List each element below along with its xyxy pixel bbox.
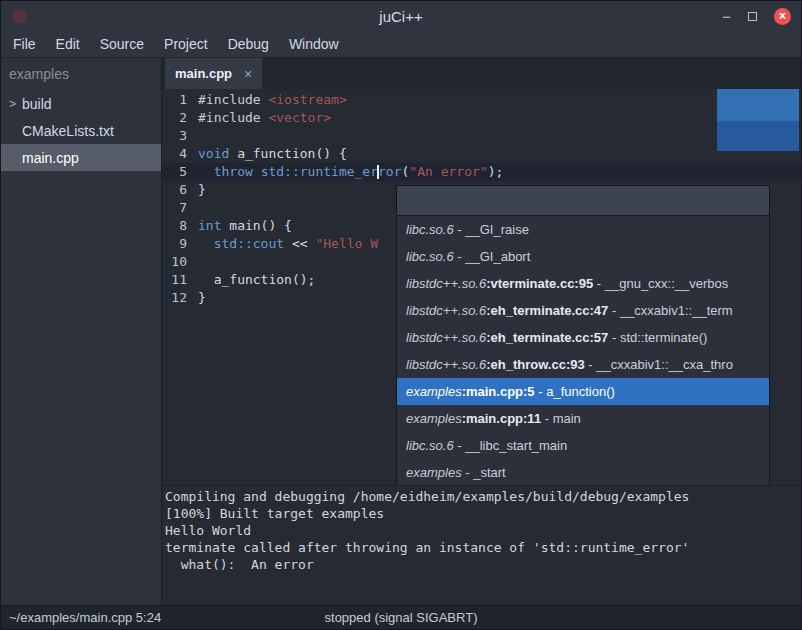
window-title: juCi++ <box>1 8 801 25</box>
code-line[interactable]: 5 throw std::runtime_error("An error"); <box>162 163 801 181</box>
tab-close-icon[interactable]: × <box>244 66 252 82</box>
content: examples >buildCMakeLists.txtmain.cpp ma… <box>1 58 801 605</box>
tree-item-label: build <box>22 96 52 112</box>
frame-function: _start <box>473 465 506 480</box>
tooltip-box <box>717 89 799 151</box>
tree-item-cmakelists.txt[interactable]: CMakeLists.txt <box>1 117 161 144</box>
stack-frame-row[interactable]: libc.so.6 - __GI_raise <box>397 216 769 243</box>
app-window: juCi++ − × FileEditSourceProjectDebugWin… <box>0 0 802 630</box>
frame-function: __gnu_cxx::__verbos <box>605 276 729 291</box>
close-button[interactable]: × <box>774 8 791 25</box>
frame-location: :eh_terminate.cc:47 <box>486 303 608 318</box>
frame-location: :eh_terminate.cc:57 <box>486 330 608 345</box>
text-cursor <box>377 165 379 179</box>
code-line[interactable]: 3 <box>162 127 801 145</box>
terminal-line: [100%] Built target examples <box>165 505 798 522</box>
frame-module: examples <box>406 411 462 426</box>
popup-search-input[interactable] <box>397 186 769 216</box>
tabbar: main.cpp × <box>162 58 801 89</box>
minimize-button[interactable]: − <box>722 9 731 24</box>
frame-location: :main.cpp:11 <box>462 411 541 426</box>
project-name: examples <box>1 58 161 90</box>
menu-item-edit[interactable]: Edit <box>46 31 90 57</box>
frame-module: libc.so.6 <box>406 222 454 237</box>
code-text: #include <vector> <box>198 109 331 127</box>
file-tree: >buildCMakeLists.txtmain.cpp <box>1 90 161 171</box>
frame-function: __GI_abort <box>465 249 530 264</box>
frame-module: examples <box>406 465 462 480</box>
code-text: } <box>198 289 206 307</box>
frame-function: __cxxabiv1::__term <box>620 303 733 318</box>
terminal-line: Hello World <box>165 522 798 539</box>
line-number: 12 <box>162 289 198 307</box>
stack-frame-row[interactable]: libstdc++.so.6:eh_terminate.cc:47 - __cx… <box>397 297 769 324</box>
code-text: throw std::runtime_error("An error"); <box>198 163 503 181</box>
terminal-line: terminate called after throwing an insta… <box>165 539 798 556</box>
frame-function: __cxxabiv1::__cxa_thro <box>596 357 733 372</box>
statusbar: ~/examples/main.cpp 5:24 stopped (signal… <box>1 605 801 629</box>
code-text: a_function(); <box>198 271 315 289</box>
sidebar-file-browser: examples >buildCMakeLists.txtmain.cpp <box>1 58 162 605</box>
frame-function: __GI_raise <box>465 222 529 237</box>
code-text: } <box>198 181 206 199</box>
line-number: 9 <box>162 235 198 253</box>
menu-item-source[interactable]: Source <box>90 31 154 57</box>
line-number: 6 <box>162 181 198 199</box>
frame-location: :eh_throw.cc:93 <box>486 357 585 372</box>
status-debug-state: stopped (signal SIGABRT) <box>1 610 801 625</box>
code-text: int main() { <box>198 217 292 235</box>
code-text: void a_function() { <box>198 145 347 163</box>
line-number: 2 <box>162 109 198 127</box>
frame-location: :main.cpp:5 <box>462 384 535 399</box>
line-number: 8 <box>162 217 198 235</box>
tab-main-cpp[interactable]: main.cpp × <box>165 58 262 89</box>
menu-item-window[interactable]: Window <box>279 31 349 57</box>
frame-module: libstdc++.so.6 <box>406 276 486 291</box>
terminal-line: Compiling and debugging /home/eidheim/ex… <box>165 488 798 505</box>
frame-function: main <box>553 411 581 426</box>
menu-item-file[interactable]: File <box>3 31 46 57</box>
restore-button[interactable] <box>748 12 757 21</box>
line-number: 1 <box>162 91 198 109</box>
menu-item-debug[interactable]: Debug <box>218 31 279 57</box>
window-controls: − × <box>722 1 791 31</box>
code-editor[interactable]: 1#include <iostream>2#include <vector>34… <box>162 89 801 485</box>
code-text: std::cout << "Hello W <box>198 235 378 253</box>
stack-frame-row[interactable]: libstdc++.so.6:vterminate.cc:95 - __gnu_… <box>397 270 769 297</box>
code-line[interactable]: 4void a_function() { <box>162 145 801 163</box>
titlebar[interactable]: juCi++ − × <box>1 1 801 31</box>
line-number: 11 <box>162 271 198 289</box>
backtrace-popup: libc.so.6 - __GI_raiselibc.so.6 - __GI_a… <box>396 185 770 485</box>
code-line[interactable]: 1#include <iostream> <box>162 91 801 109</box>
line-number: 10 <box>162 253 198 271</box>
frame-module: libstdc++.so.6 <box>406 357 486 372</box>
stack-frame-row[interactable]: libc.so.6 - __GI_abort <box>397 243 769 270</box>
stack-frame-row[interactable]: examples - _start <box>397 459 769 485</box>
menubar: FileEditSourceProjectDebugWindow <box>1 31 801 58</box>
frame-module: libc.so.6 <box>406 438 454 453</box>
tree-item-build[interactable]: >build <box>1 90 161 117</box>
tab-label: main.cpp <box>175 66 232 81</box>
terminal-output[interactable]: Compiling and debugging /home/eidheim/ex… <box>162 485 801 605</box>
code-line[interactable]: 2#include <vector> <box>162 109 801 127</box>
frame-module: libc.so.6 <box>406 249 454 264</box>
folder-arrow-icon[interactable]: > <box>9 97 22 111</box>
frame-function: a_function() <box>546 384 615 399</box>
menu-item-project[interactable]: Project <box>154 31 218 57</box>
stack-frame-row[interactable]: examples:main.cpp:5 - a_function() <box>397 378 769 405</box>
tree-item-label: main.cpp <box>22 150 79 166</box>
frame-location: :vterminate.cc:95 <box>486 276 593 291</box>
line-number: 4 <box>162 145 198 163</box>
frame-function: __libc_start_main <box>465 438 567 453</box>
tree-item-main.cpp[interactable]: main.cpp <box>1 144 161 171</box>
frame-function: std::terminate() <box>620 330 707 345</box>
stack-frame-list: libc.so.6 - __GI_raiselibc.so.6 - __GI_a… <box>397 216 769 485</box>
stack-frame-row[interactable]: libc.so.6 - __libc_start_main <box>397 432 769 459</box>
line-number: 5 <box>162 163 198 181</box>
frame-module: libstdc++.so.6 <box>406 303 486 318</box>
stack-frame-row[interactable]: libstdc++.so.6:eh_terminate.cc:57 - std:… <box>397 324 769 351</box>
tree-item-label: CMakeLists.txt <box>22 123 114 139</box>
stack-frame-row[interactable]: libstdc++.so.6:eh_throw.cc:93 - __cxxabi… <box>397 351 769 378</box>
code-text: #include <iostream> <box>198 91 347 109</box>
stack-frame-row[interactable]: examples:main.cpp:11 - main <box>397 405 769 432</box>
